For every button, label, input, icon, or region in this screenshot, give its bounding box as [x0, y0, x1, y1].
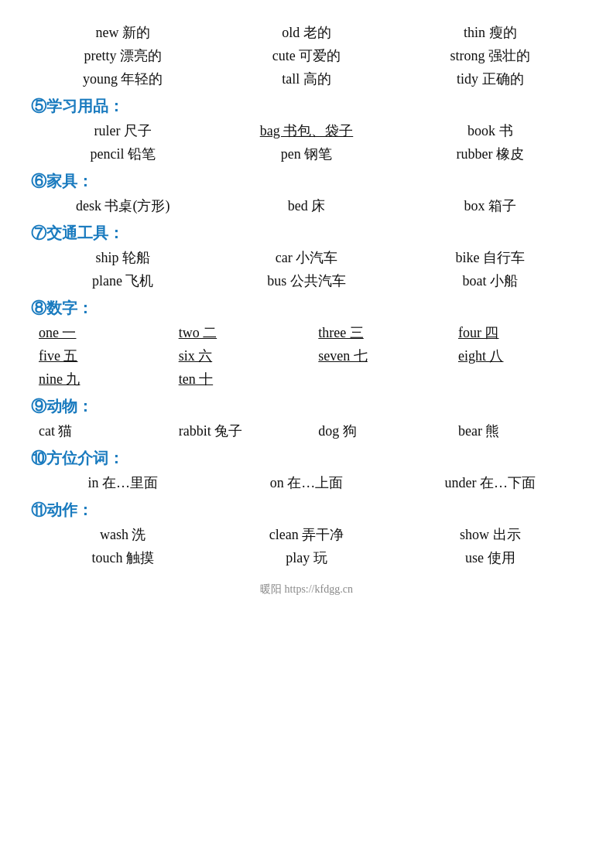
vocab-item: boat 小船 — [420, 272, 560, 290]
vocab-row: nine 九ten 十 — [31, 370, 582, 388]
vocab-item: under 在…下面 — [420, 473, 560, 492]
vocab-item: clean 弄干净 — [237, 525, 376, 544]
vocab-item: two 二 — [179, 323, 295, 342]
vocab-item: book 书 — [420, 121, 560, 140]
vocab-item: show 出示 — [420, 525, 560, 544]
vocab-row: wash 洗clean 弄干净show 出示 — [31, 525, 582, 544]
vocab-item: pencil 铅笔 — [53, 145, 193, 163]
vocab-item: tall 高的 — [237, 70, 376, 88]
vocab-item: strong 强壮的 — [420, 46, 560, 65]
vocab-row: ship 轮船car 小汽车bike 自行车 — [31, 248, 582, 267]
section-header: ⑧数字： — [31, 298, 582, 319]
section-header: ⑦交通工具： — [31, 223, 582, 244]
vocab-item: nine 九 — [39, 370, 155, 388]
vocab-item — [458, 370, 574, 388]
vocab-row: desk 书桌(方形)bed 床box 箱子 — [31, 196, 582, 215]
vocab-item: wash 洗 — [53, 525, 193, 544]
vocab-item: tidy 正确的 — [420, 70, 560, 88]
section-header: ⑤学习用品： — [31, 96, 582, 117]
vocab-item: thin 瘦的 — [420, 23, 560, 42]
vocab-item — [318, 370, 434, 388]
section-header: ⑩方位介词： — [31, 448, 582, 469]
footer: 暖阳 https://kfdgg.cn — [31, 583, 582, 596]
vocab-item: eight 八 — [458, 347, 574, 365]
vocab-item: pen 钢笔 — [237, 145, 376, 163]
vocab-item: bed 床 — [237, 196, 376, 215]
vocab-item: dog 狗 — [318, 422, 434, 440]
vocab-row: touch 触摸play 玩use 使用 — [31, 548, 582, 567]
section-header: ⑨动物： — [31, 396, 582, 417]
vocab-item: cat 猫 — [39, 422, 155, 440]
section-header: ⑪动作： — [31, 500, 582, 521]
vocab-item: bus 公共汽车 — [237, 272, 376, 290]
vocab-item: old 老的 — [237, 23, 376, 42]
vocab-item: seven 七 — [318, 347, 434, 365]
vocab-item: box 箱子 — [420, 196, 560, 215]
vocab-item: rubber 橡皮 — [420, 145, 560, 163]
vocab-row: new 新的old 老的thin 瘦的 — [31, 23, 582, 42]
vocab-item: ten 十 — [179, 370, 295, 388]
section-header: ⑥家具： — [31, 171, 582, 192]
vocab-row: young 年轻的tall 高的tidy 正确的 — [31, 70, 582, 88]
vocab-row: cat 猫rabbit 兔子dog 狗bear 熊 — [31, 422, 582, 440]
vocab-item: ruler 尺子 — [53, 121, 193, 140]
vocab-item: touch 触摸 — [53, 548, 193, 567]
vocab-item: bike 自行车 — [420, 248, 560, 267]
vocab-item: plane 飞机 — [53, 272, 193, 290]
vocab-row: one 一two 二three 三four 四 — [31, 323, 582, 342]
vocab-item: four 四 — [458, 323, 574, 342]
vocab-row: pencil 铅笔pen 钢笔rubber 橡皮 — [31, 145, 582, 163]
vocab-item: in 在…里面 — [53, 473, 193, 492]
vocab-row: pretty 漂亮的cute 可爱的strong 强壮的 — [31, 46, 582, 65]
vocab-row: in 在…里面on 在…上面under 在…下面 — [31, 473, 582, 492]
vocab-item: new 新的 — [53, 23, 193, 42]
vocab-item: on 在…上面 — [237, 473, 376, 492]
vocab-item: pretty 漂亮的 — [53, 46, 193, 65]
vocab-item: one 一 — [39, 323, 155, 342]
vocab-item: ship 轮船 — [53, 248, 193, 267]
vocab-item: use 使用 — [420, 548, 560, 567]
vocab-item: cute 可爱的 — [237, 46, 376, 65]
vocab-item: desk 书桌(方形) — [53, 196, 193, 215]
vocab-row: ruler 尺子bag 书包、袋子book 书 — [31, 121, 582, 140]
vocab-item: bag 书包、袋子 — [237, 121, 376, 140]
vocab-item: car 小汽车 — [237, 248, 376, 267]
vocab-item: six 六 — [179, 347, 295, 365]
vocab-row: plane 飞机bus 公共汽车boat 小船 — [31, 272, 582, 290]
vocab-item: young 年轻的 — [53, 70, 193, 88]
vocab-item: five 五 — [39, 347, 155, 365]
vocab-row: five 五six 六seven 七eight 八 — [31, 347, 582, 365]
vocab-item: play 玩 — [237, 548, 376, 567]
vocab-item: bear 熊 — [458, 422, 574, 440]
vocab-item: rabbit 兔子 — [179, 422, 295, 440]
vocab-item: three 三 — [318, 323, 434, 342]
